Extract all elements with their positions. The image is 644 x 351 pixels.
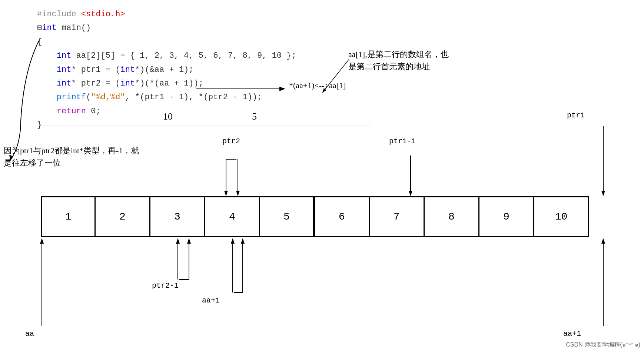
svg-marker-12 xyxy=(40,238,44,244)
array-cell-2: 2 xyxy=(96,196,150,237)
svg-marker-14 xyxy=(176,238,180,244)
watermark: CSDN @我要学编程(๑ᵔ⌔ᵔ๑) xyxy=(566,340,640,349)
code-line-2: ⊟int main() xyxy=(37,21,296,35)
ptr2-top-label: ptr2 xyxy=(222,137,240,146)
ptr1minus1-top-label: ptr1-1 xyxy=(389,137,416,146)
aa-label-bottom: aa xyxy=(25,330,34,338)
ptr2minus1-bottom-label: ptr2-1 xyxy=(152,281,179,290)
ptr2-arrow-label: *(aa+1)<-->aa[1] xyxy=(289,81,346,90)
svg-marker-3 xyxy=(236,191,240,196)
array-cell-7: 7 xyxy=(370,196,425,237)
svg-marker-19 xyxy=(231,238,235,244)
value-10-label: 10 xyxy=(163,111,173,122)
array-cell-9: 9 xyxy=(479,196,534,237)
svg-marker-24 xyxy=(601,238,605,244)
ptr1-top-label: ptr1 xyxy=(567,111,585,120)
svg-marker-22 xyxy=(241,238,245,244)
code-line-4: int aa[2][5] = { 1, 2, 3, 4, 5, 6, 7, 8,… xyxy=(37,49,296,63)
code-line-7: printf("%d,%d", *(ptr1 - 1), *(ptr2 - 1)… xyxy=(37,90,296,104)
explanation-text: 因为ptr1与ptr2都是int*类型，再-1，就是往左移了一位 xyxy=(4,144,139,169)
svg-marker-10 xyxy=(601,191,605,196)
code-line-6: int* ptr2 = (int*)(*(aa + 1)); xyxy=(37,77,296,90)
aa1-note: aa[1],是第二行的数组名，也是第二行首元素的地址 xyxy=(348,48,449,73)
svg-marker-17 xyxy=(187,238,191,244)
svg-marker-6 xyxy=(224,191,228,196)
array-cell-3: 3 xyxy=(150,196,205,237)
array-cell-8: 8 xyxy=(425,196,479,237)
array-cell-4: 4 xyxy=(205,196,260,237)
code-line-1: #include <stdio.h> xyxy=(37,7,296,21)
array-cell-1: 1 xyxy=(41,196,96,237)
array-cell-10: 10 xyxy=(534,196,589,237)
value-5-label: 5 xyxy=(252,111,257,122)
array-cell-5: 5 xyxy=(260,196,315,237)
aa-plus1-bottom-label: aa+1 xyxy=(202,296,220,305)
array-visualization: 1 2 3 4 5 6 7 8 9 10 xyxy=(41,196,589,237)
svg-marker-8 xyxy=(409,191,412,196)
aa-plus1-final-label: aa+1 xyxy=(563,330,581,338)
code-line-3: { xyxy=(37,35,296,49)
code-line-5: int* ptr1 = (int*)(&aa + 1); xyxy=(37,63,296,77)
array-cell-6: 6 xyxy=(315,196,370,237)
